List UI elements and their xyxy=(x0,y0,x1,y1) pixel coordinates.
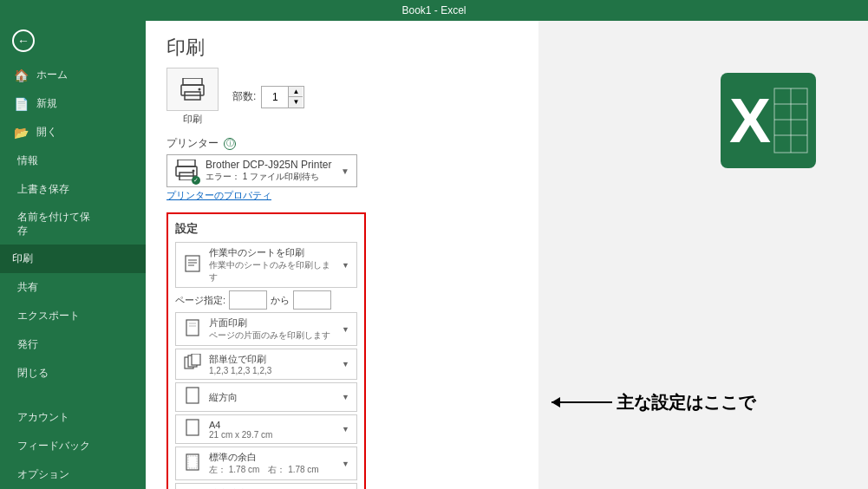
page-title: 印刷 xyxy=(146,21,538,68)
settings-box: 設定 作業中のシートを印刷 作業中のシートのみを印刷します xyxy=(166,212,366,489)
printer-info: Brother DCP-J925N Printer エラー： 1 ファイル印刷待… xyxy=(206,159,334,183)
sidebar-item-options[interactable]: オプション xyxy=(0,460,146,489)
home-icon: 🏠 xyxy=(12,68,29,82)
excel-logo: X xyxy=(721,73,816,168)
copies-up-button[interactable]: ▲ xyxy=(289,87,303,97)
setting-sub-collate: 1,2,3 1,2,3 1,2,3 xyxy=(209,366,335,375)
sidebar-item-new-label: 新規 xyxy=(36,96,57,111)
setting-sub-margin: 左： 1.78 cm 右： 1.78 cm xyxy=(209,464,335,476)
sheet-dropdown-arrow: ▼ xyxy=(342,261,349,270)
sidebar-item-account[interactable]: アカウント xyxy=(0,403,146,432)
setting-sub-sheet: 作業中のシートのみを印刷します xyxy=(209,259,335,284)
print-button[interactable] xyxy=(166,68,219,111)
svg-text:X: X xyxy=(729,86,771,155)
svg-rect-19 xyxy=(186,420,199,435)
printer-section-title: プリンター ⓘ xyxy=(166,136,518,151)
title-text: Book1 - Excel xyxy=(401,4,466,16)
svg-rect-21 xyxy=(188,456,197,468)
settings-title: 設定 xyxy=(175,221,357,237)
back-button[interactable]: ← xyxy=(0,21,146,61)
setting-main-collate: 部単位で印刷 xyxy=(209,353,335,366)
setting-row-paper[interactable]: A4 21 cm x 29.7 cm ▼ xyxy=(175,414,357,444)
duplex-dropdown-arrow: ▼ xyxy=(342,325,349,334)
setting-main-duplex: 片面印刷 xyxy=(209,316,335,329)
setting-main-sheet: 作業中のシートを印刷 xyxy=(209,246,335,259)
setting-row-duplex[interactable]: 片面印刷 ページの片面のみを印刷します ▼ xyxy=(175,312,357,346)
print-controls: 印刷 部数: ▲ ▼ xyxy=(146,68,538,136)
printer-dropdown[interactable]: ✓ Brother DCP-J925N Printer エラー： 1 ファイル印… xyxy=(166,154,357,187)
printer-name: Brother DCP-J925N Printer xyxy=(206,159,334,171)
svg-rect-17 xyxy=(192,354,200,365)
setting-row-sheet[interactable]: 作業中のシートを印刷 作業中のシートのみを印刷します ▼ xyxy=(175,242,357,288)
svg-point-3 xyxy=(199,88,201,91)
excel-logo-container: X xyxy=(721,73,816,171)
print-button-box: 印刷 xyxy=(166,68,219,126)
sidebar-item-save-label: 上書き保存 xyxy=(17,183,69,195)
setting-main-orientation: 縦方向 xyxy=(209,391,335,404)
setting-sub-duplex: ページの片面のみを印刷します xyxy=(209,329,335,342)
copies-label: 部数: xyxy=(232,89,256,104)
sidebar-item-print[interactable]: 印刷 xyxy=(0,244,146,273)
page-range-row: ページ指定: から xyxy=(175,290,357,310)
sidebar-item-share[interactable]: 共有 xyxy=(0,273,146,302)
open-icon: 📂 xyxy=(12,126,29,140)
setting-row-collate[interactable]: 部単位で印刷 1,2,3 1,2,3 1,2,3 ▼ xyxy=(175,349,357,380)
sheet-icon xyxy=(183,255,202,276)
sidebar-item-save[interactable]: 上書き保存 xyxy=(0,175,146,204)
svg-rect-0 xyxy=(183,78,202,85)
page-range-to-input[interactable] xyxy=(293,290,331,310)
sidebar-item-feedback[interactable]: フィードバック xyxy=(0,432,146,460)
page-range-from-label: から xyxy=(271,294,290,307)
page-range-label: ページ指定: xyxy=(175,294,225,307)
sidebar-item-saveas-label: 名前を付けて保存 xyxy=(17,211,90,237)
sidebar-item-info-label: 情報 xyxy=(17,154,38,166)
sidebar-item-close-label: 閉じる xyxy=(17,367,49,379)
svg-rect-8 xyxy=(186,256,199,271)
sidebar-item-open[interactable]: 📂 開く xyxy=(0,118,146,147)
sidebar-item-info[interactable]: 情報 xyxy=(0,147,146,175)
info-icon[interactable]: ⓘ xyxy=(224,138,236,150)
copies-down-button[interactable]: ▼ xyxy=(289,96,303,108)
sidebar-item-home-label: ホーム xyxy=(36,68,68,82)
sidebar-item-home[interactable]: 🏠 ホーム xyxy=(0,61,146,89)
setting-text-orientation: 縦方向 xyxy=(209,391,335,404)
orientation-icon xyxy=(183,387,202,408)
new-icon: 📄 xyxy=(12,97,29,111)
margin-icon xyxy=(183,453,202,474)
setting-row-scale[interactable]: 100 拡大縮小なし シートを実際のサイズで印刷します ▼ xyxy=(175,483,357,489)
sidebar-item-account-label: アカウント xyxy=(17,411,69,423)
setting-text-margin: 標準の余白 左： 1.78 cm 右： 1.78 cm xyxy=(209,451,335,476)
sidebar-item-print-label: 印刷 xyxy=(12,251,33,266)
setting-row-orientation[interactable]: 縦方向 ▼ xyxy=(175,382,357,412)
page-range-from-input[interactable] xyxy=(229,290,267,310)
printer-section: プリンター ⓘ ✓ Brother DCP-J925N Printer エラー：… xyxy=(146,136,538,212)
sidebar-item-export[interactable]: エクスポート xyxy=(0,302,146,330)
title-bar: Book1 - Excel xyxy=(0,0,868,21)
sidebar-item-open-label: 開く xyxy=(36,125,57,140)
sidebar-item-publish[interactable]: 発行 xyxy=(0,330,146,359)
paper-dropdown-arrow: ▼ xyxy=(342,425,349,434)
print-button-label: 印刷 xyxy=(183,113,202,126)
sidebar-item-options-label: オプション xyxy=(17,468,69,480)
collate-dropdown-arrow: ▼ xyxy=(342,360,349,368)
annotation-text: 主な設定はここで xyxy=(617,391,755,414)
sidebar-item-close[interactable]: 閉じる xyxy=(0,359,146,388)
sidebar-item-saveas[interactable]: 名前を付けて保存 xyxy=(0,204,146,244)
svg-rect-12 xyxy=(186,320,199,336)
copies-control: 部数: ▲ ▼ xyxy=(232,86,304,108)
setting-main-margin: 標準の余白 xyxy=(209,451,335,464)
printer-error: エラー： 1 ファイル印刷待ち xyxy=(206,171,334,183)
setting-text-sheet: 作業中のシートを印刷 作業中のシートのみを印刷します xyxy=(209,246,335,284)
setting-row-margin[interactable]: 標準の余白 左： 1.78 cm 右： 1.78 cm ▼ xyxy=(175,447,357,480)
sidebar-item-export-label: エクスポート xyxy=(17,310,80,322)
printer-properties-link[interactable]: プリンターのプロパティ xyxy=(166,187,271,205)
svg-rect-18 xyxy=(186,388,199,403)
annotation-arrow xyxy=(547,385,617,420)
copies-input-container: ▲ ▼ xyxy=(261,86,304,108)
sidebar-item-new[interactable]: 📄 新規 xyxy=(0,89,146,118)
copies-input[interactable] xyxy=(262,89,288,105)
svg-point-7 xyxy=(193,169,195,172)
setting-text-paper: A4 21 cm x 29.7 cm xyxy=(209,420,335,440)
sidebar: ← 🏠 ホーム 📄 新規 📂 開く 情報 上書き保存 名前を付けて保存 印刷 xyxy=(0,21,146,489)
annotation-container: 主な設定はここで xyxy=(547,385,755,420)
